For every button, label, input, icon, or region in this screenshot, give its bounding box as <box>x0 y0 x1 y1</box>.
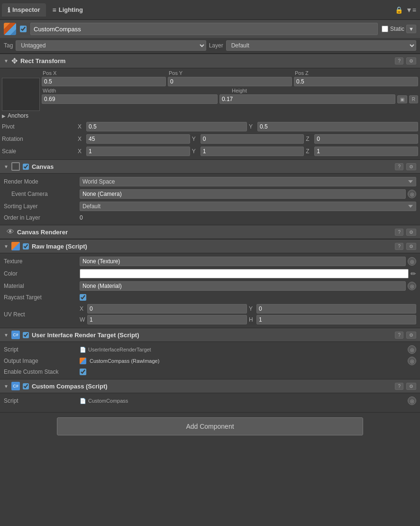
raycast-checkbox[interactable] <box>80 294 86 301</box>
pos-x-header: Pos X <box>42 70 166 76</box>
scale-y-input[interactable] <box>201 147 304 156</box>
ui-render-target-help-btn[interactable]: ? <box>395 332 403 339</box>
section-canvas-renderer[interactable]: 👁 Canvas Renderer ? ⚙ <box>0 225 420 239</box>
uv-w-input[interactable] <box>87 315 247 324</box>
static-checkbox[interactable] <box>382 26 388 32</box>
urt-script-label: Script <box>4 346 80 353</box>
pos-x-input[interactable] <box>42 77 166 86</box>
rot-x-input[interactable] <box>86 134 190 144</box>
uv-y-input[interactable] <box>256 304 416 314</box>
tab-lighting[interactable]: ≡ Lighting <box>47 3 89 17</box>
pivot-row: Pivot X Y <box>2 120 418 133</box>
event-camera-pick-btn[interactable]: ◎ <box>408 190 416 198</box>
rot-z-input[interactable] <box>314 134 418 144</box>
static-label: Static <box>390 26 404 32</box>
canvas-renderer-icon: 👁 <box>7 228 14 236</box>
output-image-value: CustomCompass (RawImage) <box>90 358 159 364</box>
canvas-active-checkbox[interactable] <box>23 164 29 170</box>
section-raw-image[interactable]: ▼ Raw Image (Script) ? ⚙ <box>0 239 420 253</box>
scale-z-input[interactable] <box>314 147 418 156</box>
canvas-renderer-title: Canvas Renderer <box>17 229 392 236</box>
scale-row: Scale X Y Z <box>2 145 418 157</box>
rot-y-input[interactable] <box>201 134 304 144</box>
section-canvas[interactable]: ▼ Canvas ? ⚙ <box>0 159 420 174</box>
uv-h-input[interactable] <box>256 315 416 324</box>
raycast-label: Raycast Target <box>4 294 80 301</box>
raw-image-triangle: ▼ <box>4 244 9 249</box>
sorting-layer-select[interactable]: Default <box>80 202 416 211</box>
anchors-triangle: ▶ <box>2 113 6 119</box>
custom-compass-help-btn[interactable]: ? <box>395 383 403 390</box>
color-label: Color <box>4 270 80 277</box>
height-input[interactable] <box>219 94 395 104</box>
layer-select[interactable]: Default <box>226 40 416 51</box>
canvas-title: Canvas <box>32 163 393 170</box>
event-camera-input[interactable] <box>80 189 406 199</box>
info-icon: ℹ <box>8 6 10 14</box>
pos-z-input[interactable] <box>294 77 418 86</box>
pivot-y-input[interactable] <box>257 122 418 131</box>
enable-custom-checkbox[interactable] <box>80 369 86 375</box>
pivot-x-input[interactable] <box>86 122 247 131</box>
custom-compass-gear-btn[interactable]: ⚙ <box>406 383 416 390</box>
render-mode-row: Render Mode World Space <box>4 175 416 188</box>
custom-compass-checkbox[interactable] <box>23 383 29 389</box>
rt-square-btn[interactable]: ▣ <box>397 95 407 103</box>
ui-render-target-checkbox[interactable] <box>23 332 29 338</box>
section-ui-render-target[interactable]: ▼ C# User Interface Render Target (Scrip… <box>0 328 420 342</box>
rt-anchor-visual <box>2 78 40 111</box>
raw-image-gear-btn[interactable]: ⚙ <box>406 243 416 250</box>
sorting-layer-row: Sorting Layer Default <box>4 200 416 212</box>
rect-transform-gear-btn[interactable]: ⚙ <box>406 57 416 65</box>
render-mode-select[interactable]: World Space <box>80 177 416 186</box>
ui-render-target-gear-btn[interactable]: ⚙ <box>406 332 416 339</box>
cc-script-field: 📄 CustomCompass <box>80 398 406 404</box>
rt-r-btn[interactable]: R <box>409 95 418 103</box>
section-rect-transform[interactable]: ▼ ✥ Rect Transform ? ⚙ <box>0 54 420 68</box>
tab-inspector-label: Inspector <box>12 6 40 13</box>
scale-x-input[interactable] <box>86 147 190 156</box>
uv-x-input[interactable] <box>87 304 247 314</box>
object-name-input[interactable] <box>30 23 378 35</box>
rect-transform-title: Rect Transform <box>20 57 393 65</box>
raw-image-help-btn[interactable]: ? <box>395 243 403 250</box>
texture-pick-btn[interactable]: ◎ <box>408 257 416 266</box>
texture-input[interactable] <box>80 257 406 266</box>
event-camera-label: Event Camera <box>4 191 80 197</box>
rect-transform-help-btn[interactable]: ? <box>395 57 403 65</box>
uv-x-label: X <box>80 305 86 312</box>
cc-script-pick-btn[interactable]: ◎ <box>408 397 416 405</box>
color-swatch[interactable] <box>80 269 409 278</box>
order-in-layer-value: 0 <box>80 214 416 221</box>
urt-script-value: UserInterfaceRenderTarget <box>88 347 151 352</box>
anchors-row[interactable]: ▶ Anchors <box>2 111 418 120</box>
add-component-button[interactable]: Add Component <box>57 417 363 435</box>
tag-select[interactable]: Untagged <box>16 40 206 51</box>
rect-transform-icon: ✥ <box>11 56 18 65</box>
pos-y-input[interactable] <box>168 77 292 86</box>
material-pick-btn[interactable]: ◎ <box>408 282 416 290</box>
canvas-gear-btn[interactable]: ⚙ <box>406 163 416 170</box>
raw-image-checkbox[interactable] <box>23 243 29 249</box>
event-camera-row: Event Camera ◎ <box>4 188 416 200</box>
menu-icon[interactable]: ▼≡ <box>406 6 416 14</box>
urt-script-pick-btn[interactable]: ◎ <box>408 345 416 354</box>
output-image-pick-btn[interactable]: ◎ <box>408 357 416 365</box>
canvas-renderer-help-btn[interactable]: ? <box>395 229 403 236</box>
lock-icon[interactable]: 🔒 <box>395 6 403 14</box>
rect-transform-triangle: ▼ <box>4 58 9 64</box>
width-header: Width <box>42 88 229 93</box>
material-input[interactable] <box>80 281 406 291</box>
object-active-checkbox[interactable] <box>20 26 27 32</box>
section-custom-compass[interactable]: ▼ C# Custom Compass (Script) ? ⚙ <box>0 379 420 393</box>
tab-inspector[interactable]: ℹ Inspector <box>2 3 46 17</box>
width-input[interactable] <box>42 94 218 104</box>
uv-h-label: H <box>249 316 256 323</box>
scale-label: Scale <box>2 148 78 155</box>
pivot-y-label: Y <box>249 123 256 130</box>
canvas-renderer-gear-btn[interactable]: ⚙ <box>406 229 416 236</box>
canvas-help-btn[interactable]: ? <box>395 163 403 170</box>
pencil-icon[interactable]: ✏ <box>411 270 416 277</box>
ui-render-target-triangle: ▼ <box>4 332 9 338</box>
static-dropdown[interactable]: ▼ <box>406 25 416 33</box>
